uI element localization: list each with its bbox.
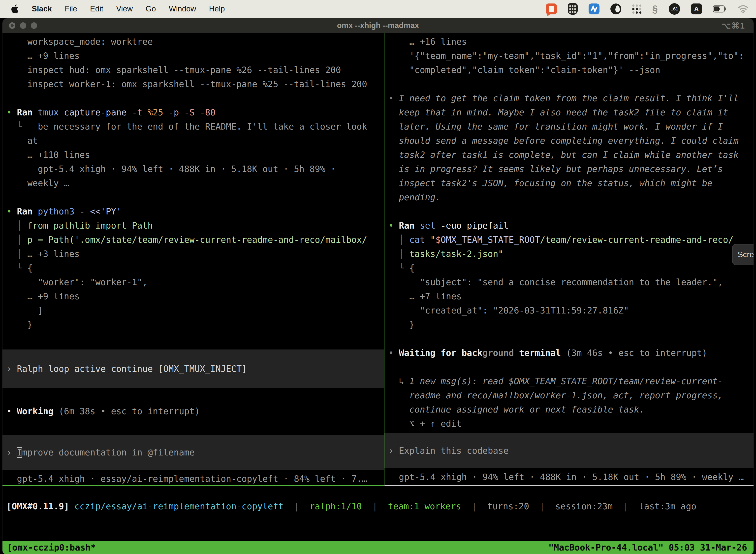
text-segment: '{"team_name":"my-team","task_id":"1","f… — [388, 51, 744, 61]
terminal-line: • Ran python3 - <<'PY' — [6, 205, 382, 219]
text-segment: | — [613, 501, 639, 511]
battery-icon[interactable] — [713, 5, 727, 13]
terminal-line: … +110 lines — [6, 148, 382, 162]
menu-help[interactable]: Help — [209, 4, 225, 13]
text-segment: | — [529, 501, 555, 511]
text-segment: $ — [436, 235, 441, 245]
text-segment: | — [362, 501, 388, 511]
text-segment: … +3 lines — [27, 249, 80, 259]
text-segment: "completed","claim_token":"claim-token"}… — [388, 65, 660, 75]
menu-window[interactable]: Window — [169, 4, 196, 13]
terminal-line: … +9 lines — [6, 289, 382, 303]
text-segment: ⌥ + ↑ edit — [388, 419, 461, 429]
terminal-line: │ … +3 lines — [6, 247, 382, 261]
text-segment: readme-and-reco/mailbox/worker-1.json, a… — [388, 390, 723, 400]
text-cursor: I — [17, 447, 22, 457]
text-segment: is in progress? It seems likely but perh… — [388, 164, 723, 174]
omx-status-line: [OMX#0.11.9] cczip/essay/ai-reimplementa… — [2, 499, 754, 513]
terminal-line: ⌥ + ↑ edit — [388, 417, 752, 431]
wifi-icon[interactable] — [738, 5, 749, 13]
menu-edit[interactable]: Edit — [90, 4, 103, 13]
keypad-shield-icon[interactable] — [568, 3, 578, 15]
text-segment: "worker": "worker-1", — [6, 277, 147, 287]
text-segment — [69, 501, 74, 511]
menu-app-name[interactable]: Slack — [32, 4, 52, 13]
terminal-line: ] — [6, 303, 382, 318]
screen-edge-tooltip: Scre — [732, 244, 754, 265]
terminal-line: "completed","claim_token":"claim-token"}… — [388, 63, 752, 77]
terminal-line: inspect_hud: omx sparkshell --tmux-pane … — [6, 63, 382, 77]
text-segment: "created_at": "2026-03-31T11:59:27.816Z" — [388, 306, 629, 316]
text-segment: … +110 lines — [6, 150, 90, 160]
terminal-line: keep that in mind. Maybe I also need the… — [388, 106, 752, 120]
text-segment: workspace_mode: worktree — [6, 37, 153, 47]
prompt-input-left[interactable]: › Improve documentation in @filename — [2, 435, 384, 470]
text-segment: › — [388, 446, 399, 456]
text-segment: -p — [169, 107, 184, 117]
box-text: › Explain this codebase — [388, 444, 509, 458]
text-segment: gpt-5.4 xhigh · essay/ai-reimplementatio… — [6, 474, 367, 484]
terminal-line: gpt-5.4 xhigh · 94% left · 488K in · 5.1… — [6, 162, 382, 176]
window-shortcut-hint: ⌥⌘1 — [721, 21, 745, 31]
terminal-line: ↳ 1 new msg(s): read $OMX_TEAM_STATE_ROO… — [388, 374, 752, 388]
text-segment: ralph:1/10 — [310, 501, 362, 511]
terminal-line: • Waiting for background terminal (3m 46… — [388, 346, 752, 360]
terminal-line: gpt-5.4 xhigh · essay/ai-reimplementatio… — [6, 472, 382, 485]
prompt-input-right[interactable]: › Explain this codebase — [384, 433, 754, 468]
chat-app-icon[interactable] — [546, 3, 557, 14]
tmux-session-label: [omx-cczip0:bash* — [7, 543, 96, 553]
terminal-line: } — [388, 318, 752, 332]
text-segment: cczip/essay/ai-reimplementation-copyleft — [74, 501, 284, 511]
text-segment: -80 — [200, 107, 215, 117]
menu-view[interactable]: View — [116, 4, 133, 13]
s-curve-icon[interactable]: § — [652, 3, 658, 15]
text-segment: inspect_worker-1: omx sparkshell --tmux-… — [6, 79, 367, 89]
text-segment: • — [388, 93, 399, 103]
text-segment: • — [6, 107, 17, 117]
crescent-app-icon[interactable] — [611, 3, 621, 14]
terminal-line: │ cat "$OMX_TEAM_STATE_ROOT/team/review-… — [388, 233, 752, 247]
text-segment: Ran — [17, 107, 38, 117]
apple-menu-icon[interactable] — [10, 3, 19, 14]
assistant-badge[interactable]: A — [691, 3, 702, 14]
terminal-line: … +9 lines — [6, 49, 382, 63]
terminal-line: workspace_mode: worktree — [6, 35, 382, 49]
terminal-line: │ tasks/task-2.json" — [388, 247, 752, 261]
text-segment: Waiting for back — [399, 348, 483, 358]
text-segment: /team/review-current-readme-and-reco/ — [540, 235, 734, 245]
box-text: › Ralph loop active continue [OMX_TMUX_I… — [6, 362, 247, 376]
text-segment: Ran — [17, 207, 38, 216]
text-segment: ] — [6, 306, 43, 316]
zigzag-app-icon[interactable] — [588, 3, 600, 14]
text-segment: I need to get the claim token from the c… — [399, 93, 739, 103]
text-segment: should send a message before completing … — [388, 136, 739, 146]
window-titlebar[interactable]: omx --xhigh --madmax ⌥⌘1 — [2, 18, 754, 33]
text-segment: cat — [409, 235, 430, 245]
text-segment: tmux — [38, 107, 64, 117]
text-segment: from pathlib import Path — [27, 221, 153, 231]
text-segment: pending. — [388, 192, 441, 202]
text-segment: tasks/task-2.json" — [409, 249, 503, 259]
dots-grid-icon[interactable] — [632, 4, 641, 14]
terminal-line: • I need to get the claim token from the… — [388, 91, 752, 106]
text-segment: %25 — [147, 107, 169, 117]
terminal-line: inspect_worker-1: omx sparkshell --tmux-… — [6, 77, 382, 91]
battery-percent-badge[interactable]: ..61 — [669, 3, 680, 15]
text-segment: Working — [17, 406, 59, 416]
text-segment: … +9 lines — [6, 291, 80, 301]
blank-line — [6, 419, 382, 433]
terminal-line: continue assigned work or next feasible … — [388, 403, 752, 417]
macos-menu-bar: Slack File Edit View Go Window Help § ..… — [0, 0, 756, 18]
text-segment: gpt-5.4 xhigh · 94% left · 488K in · 5.1… — [388, 472, 744, 482]
menu-go[interactable]: Go — [145, 4, 156, 13]
terminal-line: "created_at": "2026-03-31T11:59:27.816Z" — [388, 303, 752, 318]
terminal-line: │ p = Path('.omx/state/team/review-curre… — [6, 233, 382, 247]
text-segment: (6m 38s • esc to interrupt) — [59, 406, 200, 416]
terminal-line: • Working (6m 38s • esc to interrupt) — [6, 404, 382, 419]
menu-file[interactable]: File — [65, 4, 77, 13]
text-segment: │ — [6, 221, 27, 231]
text-segment: continue assigned work or next feasible … — [388, 404, 645, 414]
text-segment: "subject": "send a concise recommendatio… — [388, 277, 723, 287]
blank-line — [388, 360, 752, 374]
text-segment: › — [6, 364, 17, 374]
